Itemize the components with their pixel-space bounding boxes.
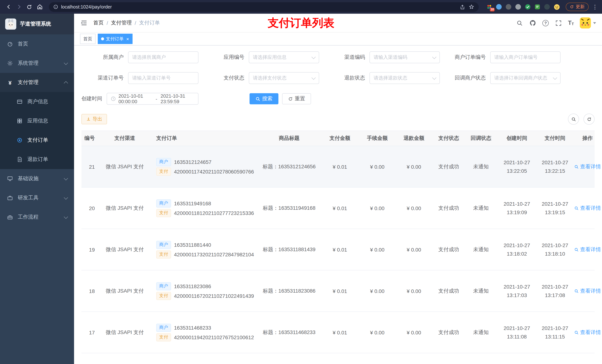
breadcrumb-payment[interactable]: 支付管理 [111,20,132,26]
sidebar-item-system[interactable]: 系统管理 [0,54,74,73]
sidebar-item-merchant-info[interactable]: 商户信息 [0,92,74,111]
view-detail-link[interactable]: 查看详情 [574,246,601,253]
placeholder-text: 请选择所属商户 [132,54,194,61]
breadcrumb-separator: / [107,20,108,26]
view-detail-link[interactable]: 查看详情 [574,288,601,294]
browser-menu-icon[interactable]: ⋮ [592,3,598,10]
view-detail-label: 查看详情 [580,329,601,336]
cell-id: 18 [81,288,96,294]
col-fee: 手续金额 [359,135,395,142]
view-detail-link[interactable]: 查看详情 [574,205,601,211]
date-range-input[interactable]: 2021-10-01 00:00:00 - 2021-10-31 23:59:5… [107,93,198,105]
pay-status-select[interactable]: 请选择支付状态 [249,72,319,84]
merchant-no: 1635311468233 [174,325,211,331]
cell-pay-order: 商户1635311468233 支付4200001194202110276752… [154,322,258,343]
browser-update-button[interactable]: 更新 [566,3,589,11]
user-menu[interactable] [580,17,596,29]
browser-forward-icon[interactable] [14,2,24,12]
refund-status-select[interactable]: 请选择退款状态 [369,72,440,84]
pay-no: 4200001173202110272847982104 [174,251,254,257]
export-button[interactable]: 导出 [81,114,107,124]
reset-button-label: 重置 [295,95,305,102]
site-info-icon[interactable] [53,4,58,9]
sidebar-item-home[interactable]: 首页 [0,34,74,54]
cell-id: 19 [81,247,96,252]
table-row: 19 微信 JSAPI 支付 商户1635311881440 支付4200001… [81,229,595,270]
cell-pay-time: 2021-10-2713:17:08 [537,283,573,299]
chevron-down-icon [432,55,437,59]
view-detail-link[interactable]: 查看详情 [574,163,601,170]
date-separator: - [155,96,158,102]
extension-navy-icon[interactable] [544,4,550,10]
notify-status-select[interactable]: 请选择订单回调商户状态 [490,72,560,84]
cell-notify: 未通知 [465,163,497,170]
cell-create-time: 2021-10-2713:11:08 [497,324,537,341]
filter-refund-status: 退款状态 请选择退款状态 [323,72,440,84]
cell-amount: ¥ 0.01 [321,205,359,211]
pay-no: 4200001194202110276752100612 [174,334,254,340]
help-icon[interactable]: ? [542,20,549,26]
toggle-search-button[interactable] [568,114,579,125]
gear-icon [7,60,13,66]
extension-emoji-icon[interactable] [553,4,560,10]
tab-pay-order[interactable]: 支付订单 × [98,34,132,44]
cell-notify: 未通知 [465,288,497,294]
browser-back-icon[interactable] [4,2,13,12]
header-search-icon[interactable] [516,19,523,27]
channel-order-no-input[interactable]: 请输入渠道订单号 [128,72,198,84]
cell-pay-time: 2021-10-2713:19:15 [537,200,573,216]
browser-home-icon[interactable] [35,2,44,12]
cell-pay-order: 商户1635311881440 支付4200001173202110272847… [154,239,258,260]
merchant-order-no-input[interactable]: 请输入商户订单编号 [490,52,560,63]
github-icon[interactable] [529,19,537,27]
tab-home[interactable]: 首页 [80,34,96,44]
view-detail-link[interactable]: 查看详情 [574,329,601,336]
browser-reload-icon[interactable] [24,2,34,12]
pay-no: 4200001167202110271022491439 [174,293,254,299]
cell-amount: ¥ 0.01 [321,329,359,335]
font-size-small-glyph: T [572,22,574,26]
fullscreen-icon[interactable] [555,19,562,27]
placeholder-text: 请选择订单回调商户状态 [494,75,551,81]
extension-green-check-icon[interactable] [525,4,531,10]
share-icon[interactable] [460,4,465,10]
search-button[interactable]: 搜索 [249,93,279,104]
merchant-input[interactable]: 请选择所属商户 [128,52,198,63]
sidebar-item-infra[interactable]: 基础设施 [0,169,74,188]
channel-code-select[interactable]: 请输入渠道编码 [369,52,440,63]
merchant-no: 1635311881440 [174,242,211,248]
export-button-label: 导出 [93,116,102,123]
sidebar-item-payment[interactable]: ¥ 支付管理 [0,73,74,92]
avatar[interactable] [580,17,591,29]
table-row: 21 微信 JSAPI 支付 商户1635312124657 支付4200001… [81,146,595,187]
placeholder-text: 请输入商户订单编号 [494,54,557,61]
tab-label: 支付订单 [106,36,124,42]
sidebar-item-refund-order[interactable]: 退款订单 [0,150,74,169]
sidebar-item-pay-order[interactable]: 支付订单 [0,131,74,150]
cell-status: 支付成功 [432,246,465,253]
sidebar-item-devtools[interactable]: 研发工具 [0,188,74,208]
cell-notify: 未通知 [465,329,497,336]
refresh-table-button[interactable] [583,114,595,125]
sidebar-item-workflow[interactable]: 工作流程 [0,208,74,227]
extension-grid-icon[interactable]: 10 [486,4,492,10]
tab-close-icon[interactable]: × [126,36,129,41]
app-logo[interactable]: 芋道管理系统 [0,14,74,34]
filter-pay-status: 支付状态 请选择支付状态 [202,72,319,84]
sidebar-toggle-icon[interactable] [80,19,88,27]
sidebar-item-app-info[interactable]: 应用信息 [0,111,74,131]
extension-grey-icon[interactable] [515,4,521,10]
bookmark-star-icon[interactable] [469,4,474,10]
extension-blue-icon[interactable] [496,4,502,10]
app-id-select[interactable]: 请选择应用信息 [249,52,319,63]
extension-chat-icon[interactable] [534,4,540,10]
sidebar-item-label: 退款订单 [27,156,48,163]
extension-dark-icon[interactable] [505,4,512,10]
breadcrumb-home[interactable]: 首页 [93,20,104,26]
sidebar: 芋道管理系统 首页 系统管理 ¥ 支付管理 [0,14,74,364]
reset-button[interactable]: 重置 [282,93,311,104]
font-size-icon[interactable]: TT [568,20,574,26]
address-bar[interactable]: localhost:1024/pay/order [49,2,479,12]
col-amount: 支付金额 [321,135,359,142]
date-start: 2021-10-01 00:00:00 [118,93,152,104]
